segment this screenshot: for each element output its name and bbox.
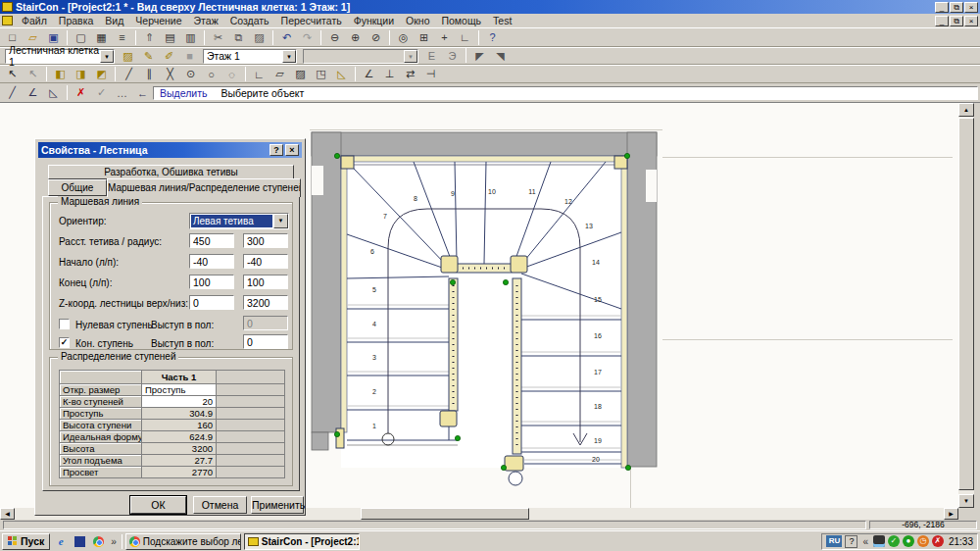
menu-item[interactable]: Правка <box>53 15 99 26</box>
select-arrow-icon[interactable]: ↖ <box>2 67 23 82</box>
circle-center-icon[interactable]: ⊙ <box>180 67 201 82</box>
start-left-input[interactable] <box>189 254 234 269</box>
start-button[interactable]: Пуск <box>2 533 50 550</box>
perpendicular-icon[interactable]: ⊥ <box>379 67 400 82</box>
flip-right-icon[interactable]: ◥ <box>490 48 511 64</box>
menu-item[interactable]: Вид <box>99 15 129 26</box>
corner-tool-icon[interactable]: ∟ <box>249 67 270 82</box>
draw-cross-icon[interactable]: ╳ <box>160 67 180 82</box>
redo-icon[interactable]: ↷ <box>297 29 318 45</box>
close-button[interactable]: × <box>964 2 978 13</box>
control-node[interactable] <box>455 435 460 440</box>
drawing-canvas[interactable]: 1234567891011121314151617181920 ▲ ▼ ◀ ▶ … <box>0 102 980 520</box>
angle-tool-icon[interactable]: ∠ <box>359 67 379 82</box>
line-thin-icon[interactable]: ╱ <box>2 85 23 101</box>
open-folder-icon[interactable]: ▱ <box>23 29 43 45</box>
horizontal-scroll-thumb[interactable] <box>361 508 529 520</box>
solid-fill-icon[interactable]: ■ <box>179 48 200 64</box>
control-node[interactable] <box>503 279 508 284</box>
more-options-icon[interactable]: … <box>112 85 132 101</box>
menu-item[interactable]: Помощь <box>435 15 487 26</box>
menu-item[interactable]: Этаж <box>188 15 224 26</box>
fit-view-icon[interactable]: ◎ <box>393 29 414 45</box>
print-icon[interactable]: ▤ <box>160 29 180 45</box>
end-left-input[interactable] <box>189 275 234 289</box>
tab-razrabotka[interactable]: Разработка, Обшивка тетивы <box>48 165 294 179</box>
chevron-down-icon[interactable]: ▼ <box>282 50 296 63</box>
print-preview-icon[interactable]: ▥ <box>180 29 201 45</box>
plan-sheet-icon[interactable]: ▱ <box>270 67 290 82</box>
z-bottom-input[interactable] <box>243 295 288 310</box>
end-step-checkbox[interactable]: ✓ <box>59 337 70 348</box>
select-query-icon[interactable]: ↖ <box>23 67 43 82</box>
table-cell-value[interactable]: Проступь <box>142 384 217 396</box>
table-cell-value[interactable]: 624.9 <box>142 431 217 443</box>
swap-points-icon[interactable]: ⇄ <box>400 67 420 82</box>
minimize-button[interactable]: _ <box>935 2 949 13</box>
circle-icon[interactable]: ○ <box>201 67 221 82</box>
task-button-staircon[interactable]: StairCon - [Project2:1... <box>244 533 360 550</box>
hatch-sheet-icon[interactable]: ▨ <box>290 67 311 82</box>
antivirus-ok-icon[interactable]: ✓ <box>888 535 900 547</box>
child-restore-button[interactable]: ⧉ <box>950 16 963 26</box>
menu-item[interactable]: Черчение <box>129 15 187 26</box>
cut-icon[interactable]: ✂ <box>208 29 228 45</box>
draw-parallel-icon[interactable]: ∥ <box>139 67 160 82</box>
zoom-window-icon[interactable]: ⊘ <box>366 29 386 45</box>
child-close-button[interactable]: × <box>964 16 978 26</box>
app-shortcut-icon[interactable] <box>72 534 87 549</box>
paste-icon[interactable]: ▨ <box>249 29 270 45</box>
edit-pencil-icon[interactable]: ✎ <box>138 48 159 64</box>
dialog-close-button[interactable]: × <box>285 144 299 156</box>
scroll-up-icon[interactable]: ▲ <box>958 103 974 117</box>
undo-icon[interactable]: ↶ <box>276 29 297 45</box>
menu-item[interactable]: Окно <box>400 15 435 26</box>
table-cell-value[interactable]: 27.7 <box>142 455 217 467</box>
control-node[interactable] <box>624 153 629 158</box>
vertical-scroll-thumb[interactable] <box>958 118 974 490</box>
zero-step-checkbox[interactable] <box>59 319 70 329</box>
new-file-icon[interactable]: □ <box>2 29 23 45</box>
dialog-help-button[interactable]: ? <box>270 144 283 156</box>
stair-winder-icon[interactable]: ◩ <box>91 67 112 82</box>
crosshair-icon[interactable]: + <box>434 29 455 45</box>
tab-obshchie[interactable]: Общие <box>48 179 107 196</box>
status-tray-icon[interactable]: ● <box>903 535 914 547</box>
control-node[interactable] <box>625 465 630 470</box>
control-node[interactable] <box>334 431 339 436</box>
stair-turn-icon[interactable]: ◨ <box>71 67 91 82</box>
tray-overflow[interactable]: « <box>860 536 870 547</box>
internet-explorer-icon[interactable]: e <box>53 534 69 549</box>
table-cell-value[interactable]: 160 <box>142 420 217 431</box>
table-cell-value[interactable]: 20 <box>142 396 217 408</box>
menu-item[interactable]: Пересчитать <box>275 15 348 26</box>
menu-item[interactable]: Test <box>487 15 517 26</box>
cancel-button[interactable]: Отмена <box>193 496 247 514</box>
dialog-titlebar[interactable]: Свойства - Лестница ? × <box>38 142 302 158</box>
copy-icon[interactable]: ⧉ <box>228 29 249 45</box>
line-triangle-icon[interactable]: ◺ <box>43 85 64 101</box>
child-minimize-button[interactable]: _ <box>935 16 949 26</box>
table-cell-value[interactable]: 304.9 <box>142 408 217 420</box>
chevron-down-icon[interactable]: ▼ <box>100 50 114 63</box>
end-constraint-icon[interactable]: ⊣ <box>420 67 441 82</box>
marker-icon[interactable]: ✐ <box>159 48 179 64</box>
flip-left-icon[interactable]: ◤ <box>469 48 490 64</box>
control-node[interactable] <box>501 465 506 470</box>
apply-check-icon[interactable]: ✓ <box>91 85 112 101</box>
help-icon[interactable]: ? <box>482 29 503 45</box>
detail-view-icon[interactable]: ◳ <box>311 67 331 82</box>
help-tray-icon[interactable]: ? <box>845 535 858 548</box>
error-tray-icon[interactable]: ✗ <box>932 535 944 547</box>
align-open-icon[interactable]: Е <box>421 48 442 64</box>
zoom-out-icon[interactable]: ⊖ <box>324 29 345 45</box>
chevron-down-icon[interactable]: ▼ <box>273 214 288 228</box>
stair-straight-icon[interactable]: ◧ <box>50 67 71 82</box>
scroll-left-icon[interactable]: ◀ <box>0 508 15 520</box>
control-node[interactable] <box>450 279 455 284</box>
ok-button[interactable]: ОК <box>130 496 186 514</box>
draw-line-icon[interactable]: ╱ <box>119 67 139 82</box>
stair-window-icon[interactable]: ▢ <box>71 29 91 45</box>
triangle-tool-icon[interactable]: ◺ <box>331 67 352 82</box>
menu-item[interactable]: Файл <box>16 15 53 26</box>
